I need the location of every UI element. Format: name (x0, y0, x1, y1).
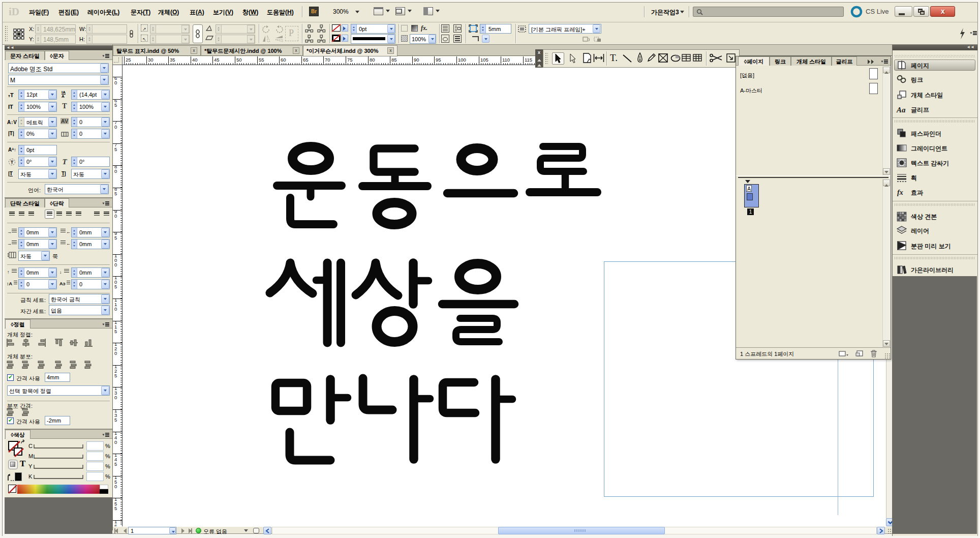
svg-text:fx: fx (897, 189, 903, 196)
svg-text:Aa: Aa (896, 106, 906, 114)
